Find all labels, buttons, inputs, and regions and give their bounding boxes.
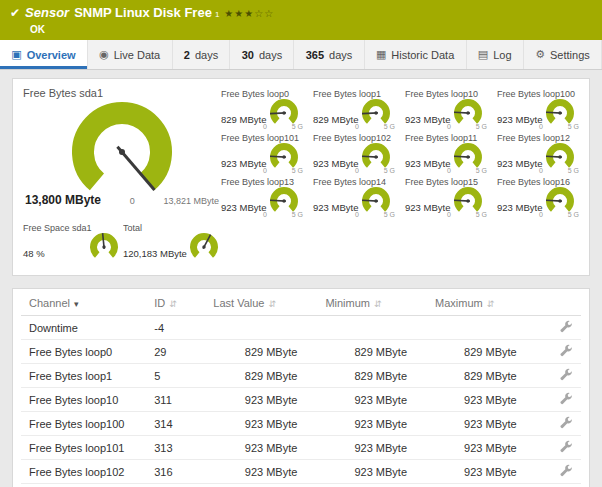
table-header-row: Channel ID Last Value Minimum Maximum (21, 291, 581, 316)
channel-gauge-cell[interactable]: Free Bytes loop101 923 MByte 0 5 G (221, 133, 303, 175)
channel-gauge-cell[interactable]: Free Bytes loop1 829 MByte 0 5 G (313, 89, 395, 131)
gauge-tick-max: 5 G (292, 211, 303, 218)
channel-gauge-cell[interactable]: Free Bytes loop12 923 MByte 0 5 G (497, 133, 579, 175)
channel-row[interactable]: Free Bytes loop101313923 MByte923 MByte9… (21, 436, 581, 460)
channel-gauge-cell[interactable]: Free Bytes loop102 923 MByte 0 5 G (313, 133, 395, 175)
gauge-value: 923 MByte (497, 114, 542, 125)
channel-row[interactable]: Free Bytes loop100314923 MByte923 MByte9… (21, 412, 581, 436)
tab-365-days[interactable]: 365 days (294, 40, 364, 69)
gauge-tick-max: 5 G (292, 123, 303, 130)
tab-settings[interactable]: Settings (524, 40, 602, 69)
gauge-tick-min: 0 (447, 123, 451, 130)
cell-id: 314 (146, 412, 205, 436)
cell-channel: Free Bytes loop0 (21, 340, 146, 364)
channel-gauge-cell[interactable]: Free Bytes loop10 923 MByte 0 5 G (405, 89, 487, 131)
tab-historic-data[interactable]: Historic Data (365, 40, 467, 69)
channel-settings-button[interactable] (537, 436, 581, 460)
priority-stars[interactable]: ★★★☆☆ (224, 6, 274, 22)
channel-gauge-cell[interactable]: Free Bytes loop11 923 MByte 0 5 G (405, 133, 487, 175)
gauge-value: 120,183 MByte (123, 248, 187, 259)
cell-maximum: 829 MByte (427, 364, 537, 388)
channel-gauge-cell[interactable]: Free Bytes loop100 923 MByte 0 5 G (497, 89, 579, 131)
wrench-icon (560, 440, 573, 453)
channel-gauge-cell[interactable]: Total 120,183 MByte (123, 223, 223, 265)
cell-id: 311 (146, 388, 205, 412)
primary-gauge-cell: Free Bytes sda1 13,800 MByte 0 13,821 MB… (23, 87, 221, 219)
tab-log[interactable]: Log (467, 40, 524, 69)
cell-minimum: 923 MByte (317, 388, 427, 412)
column-header-maximum[interactable]: Maximum (427, 291, 537, 316)
cell-id: 44 (146, 484, 205, 487)
tab-number: 365 (306, 49, 324, 61)
channel-settings-button[interactable] (537, 412, 581, 436)
cell-maximum (427, 316, 537, 340)
gauges-panel: Free Bytes sda1 13,800 MByte 0 13,821 MB… (12, 78, 590, 276)
cell-maximum: 829 MByte (427, 340, 537, 364)
tab-label: Historic Data (391, 49, 454, 61)
overview-icon (11, 48, 21, 61)
channel-gauge-cell[interactable]: Free Bytes loop0 829 MByte 0 5 G (221, 89, 303, 131)
gauge-tick-max: 5 G (568, 211, 579, 218)
channels-panel: Channel ID Last Value Minimum Maximum (12, 288, 590, 487)
tab-2-days[interactable]: 2 days (173, 40, 231, 69)
cell-minimum: 923 MByte (317, 436, 427, 460)
gauge-tick-min: 0 (263, 211, 267, 218)
channel-row[interactable]: Downtime-4 (21, 316, 581, 340)
column-header-minimum[interactable]: Minimum (317, 291, 427, 316)
gauge-tick-min: 0 (355, 167, 359, 174)
cell-id: 313 (146, 436, 205, 460)
gauge-tick-max: 5 G (384, 211, 395, 218)
channel-row[interactable]: Free Bytes loop15829 MByte829 MByte829 M… (21, 364, 581, 388)
gauge-dial (89, 232, 119, 262)
gauge-tick-max: 5 G (476, 211, 487, 218)
gauge-tick-min: 0 (263, 123, 267, 130)
column-header-id[interactable]: ID (146, 291, 205, 316)
cell-channel: Free Bytes loop101 (21, 436, 146, 460)
gauge-tick-max: 5 G (384, 167, 395, 174)
gauge-tick-min: 0 (355, 123, 359, 130)
cell-last-value: 923 MByte (205, 412, 317, 436)
sensor-status-text: OK (30, 24, 45, 35)
channel-row[interactable]: Free Bytes loop102316923 MByte923 MByte9… (21, 460, 581, 484)
channel-gauge-cell[interactable]: Free Bytes loop14 923 MByte 0 5 G (313, 177, 395, 219)
gauge-value: 923 MByte (497, 202, 542, 213)
cell-maximum: 923 MByte (427, 436, 537, 460)
channel-settings-button[interactable] (537, 484, 581, 487)
channel-settings-button[interactable] (537, 340, 581, 364)
channel-row[interactable]: Free Bytes loop029829 MByte829 MByte829 … (21, 340, 581, 364)
gauge-tick-max: 5 G (384, 123, 395, 130)
column-header-last-value[interactable]: Last Value (205, 291, 317, 316)
channel-gauge-cell[interactable]: Free Bytes loop13 923 MByte 0 5 G (221, 177, 303, 219)
gauge-value: 923 MByte (313, 202, 358, 213)
cell-last-value: 829 MByte (205, 364, 317, 388)
tab-overview[interactable]: Overview (0, 40, 88, 69)
gauge-value: 923 MByte (313, 158, 358, 169)
channel-settings-button[interactable] (537, 388, 581, 412)
channel-gauge-cell[interactable]: Free Bytes loop15 923 MByte 0 5 G (405, 177, 487, 219)
title-superscript: 1 (215, 7, 219, 23)
tab-30-days[interactable]: 30 days (230, 40, 294, 69)
channel-gauge-cell[interactable]: Free Space sda1 48 % (23, 223, 123, 265)
log-icon (478, 48, 488, 61)
channel-gauge-cell[interactable]: Free Bytes loop16 923 MByte 0 5 G (497, 177, 579, 219)
primary-gauge-value: 13,800 MByte (25, 193, 101, 207)
primary-gauge-label: Free Bytes sda1 (23, 87, 221, 99)
status-ok-check-icon (10, 5, 20, 21)
sort-toggle-icon (264, 297, 276, 309)
wrench-icon (560, 368, 573, 381)
channel-row[interactable]: Free Bytes loop1144923 MByte923 MByte923… (21, 484, 581, 487)
channel-row[interactable]: Free Bytes loop10311923 MByte923 MByte92… (21, 388, 581, 412)
channel-settings-button[interactable] (537, 316, 581, 340)
channel-settings-button[interactable] (537, 364, 581, 388)
wrench-icon (560, 392, 573, 405)
prtg-sensor-page: Sensor SNMP Linux Disk Free 1 ★★★☆☆ OK O… (0, 0, 602, 487)
gauge-value: 923 MByte (497, 158, 542, 169)
tab-live-data[interactable]: Live Data (88, 40, 173, 69)
cell-channel: Free Bytes loop102 (21, 460, 146, 484)
channel-settings-button[interactable] (537, 460, 581, 484)
live-data-icon (99, 48, 109, 61)
cell-maximum: 923 MByte (427, 412, 537, 436)
gauge-tick-max: 5 G (568, 167, 579, 174)
gauge-dial (189, 232, 219, 262)
column-header-channel[interactable]: Channel (21, 291, 146, 316)
